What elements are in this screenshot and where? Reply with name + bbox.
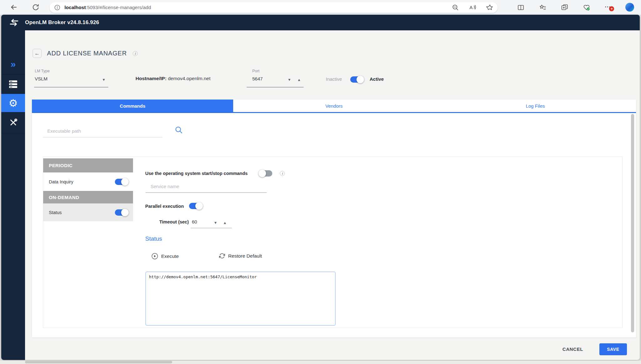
restore-default-button[interactable]: Restore Default [219, 253, 262, 259]
timeout-label: Timeout (sec) [159, 219, 189, 224]
timeout-input[interactable]: 60 [192, 219, 197, 224]
tab-vendors[interactable]: Vendors [233, 100, 434, 112]
license-manager-card: Commands Vendors Log Files PERIODIC Data… [32, 100, 636, 337]
site-info-icon[interactable] [54, 4, 61, 11]
status-toggle[interactable] [115, 209, 127, 216]
parallel-execution-toggle[interactable] [189, 203, 202, 209]
restore-default-label: Restore Default [228, 253, 262, 259]
os-commands-label: Use the operating system start/stop comm… [145, 171, 248, 176]
browser-essentials-icon[interactable] [583, 4, 590, 11]
app-title: OpenLM Broker v24.8.16.926 [25, 19, 99, 26]
tools-icon[interactable] [1, 112, 25, 133]
play-circle-icon [151, 253, 158, 259]
refresh-icon[interactable] [32, 3, 39, 11]
update-badge[interactable] [609, 6, 614, 11]
os-commands-info-icon[interactable] [280, 171, 285, 176]
collections-icon[interactable] [561, 4, 568, 11]
copilot-icon[interactable] [625, 3, 634, 12]
data-inquiry-toggle[interactable] [115, 179, 127, 185]
os-commands-toggle[interactable] [260, 170, 272, 177]
command-row-status[interactable]: Status [43, 203, 133, 221]
group-header-periodic: PERIODIC [43, 158, 133, 172]
back-icon[interactable] [10, 3, 18, 11]
license-servers-icon[interactable] [1, 74, 25, 94]
page-info-icon[interactable] [133, 51, 138, 56]
port-decrement-icon[interactable] [288, 77, 290, 82]
horizontal-scrollbar [0, 361, 641, 364]
favorites-list-icon[interactable] [539, 4, 546, 11]
parallel-execution-label: Parallel execution [145, 204, 184, 209]
browser-toolbar: localhost:5093/#/license-managers/add A [0, 0, 641, 15]
tab-log-files[interactable]: Log Files [435, 100, 636, 112]
horizontal-scrollbar-thumb[interactable] [25, 361, 172, 363]
save-button[interactable]: SAVE [599, 343, 627, 355]
page-title: ADD LICENSE MANAGER [47, 50, 127, 57]
sidebar-divider [1, 133, 25, 133]
active-toggle[interactable] [350, 76, 363, 83]
cancel-button[interactable]: CANCEL [562, 346, 583, 352]
hostname-value: demov4.openlm.net [168, 76, 210, 81]
group-header-on-demand: ON-DEMAND [43, 191, 133, 203]
timeout-decrement-icon[interactable] [214, 220, 217, 225]
execute-label: Execute [161, 254, 179, 259]
restore-refresh-icon [219, 253, 225, 259]
active-label: Active [370, 76, 384, 82]
app-window: OpenLM Broker v24.8.16.926 ADD LICENSE M… [1, 15, 640, 360]
execute-button[interactable]: Execute [151, 253, 179, 259]
port-underline [247, 87, 304, 87]
vertical-scrollbar-thumb[interactable] [631, 114, 634, 332]
port-increment-icon[interactable] [298, 77, 300, 82]
command-row-label: Data Inquiry [49, 179, 73, 184]
hostname-label: Hostname/IP: [136, 76, 167, 81]
lm-type-label: LM Type [35, 69, 50, 73]
app-header: OpenLM Broker v24.8.16.926 [1, 15, 640, 30]
service-name-input[interactable] [146, 180, 267, 193]
sidebar [1, 30, 25, 360]
executable-path-input[interactable] [43, 125, 162, 137]
url-host: localhost [64, 5, 86, 10]
split-screen-icon[interactable] [517, 4, 525, 11]
address-bar[interactable]: localhost:5093/#/license-managers/add [49, 2, 498, 13]
back-button[interactable] [33, 49, 42, 58]
port-input[interactable]: 5647 [252, 76, 263, 81]
settings-gear-icon[interactable] [1, 94, 25, 112]
url-text[interactable]: localhost:5093/#/license-managers/add [64, 5, 151, 10]
timeout-increment-icon[interactable] [224, 220, 226, 225]
openlm-logo-icon [9, 19, 19, 26]
timeout-underline [191, 228, 232, 228]
main-content: ADD LICENSE MANAGER LM Type VSLM Hostnam… [25, 30, 640, 360]
zoom-out-icon[interactable] [452, 4, 459, 11]
favorite-star-icon[interactable] [486, 4, 493, 11]
command-row-label: Status [49, 210, 62, 215]
read-aloud-icon[interactable]: A [469, 4, 476, 11]
hostname-field: Hostname/IP: demov4.openlm.net [136, 76, 211, 81]
lm-type-caret-icon[interactable] [103, 77, 105, 82]
lm-type-select[interactable]: VSLM [35, 76, 48, 81]
lm-type-underline [34, 87, 108, 87]
svg-text:A: A [469, 5, 473, 10]
tab-bar: Commands Vendors Log Files [32, 100, 636, 113]
url-path: :5093/#/license-managers/add [86, 5, 151, 10]
port-label: Port [252, 69, 259, 73]
command-row-data-inquiry[interactable]: Data Inquiry [43, 172, 133, 191]
expand-chevrons-icon[interactable] [1, 55, 25, 74]
status-section-title: Status [145, 235, 162, 242]
command-url-textarea[interactable]: http://demov4.openlm.net:5647/LicenseMon… [146, 272, 336, 326]
tab-commands[interactable]: Commands [32, 100, 233, 112]
search-icon[interactable] [175, 126, 183, 134]
inactive-label: Inactive [326, 76, 342, 82]
